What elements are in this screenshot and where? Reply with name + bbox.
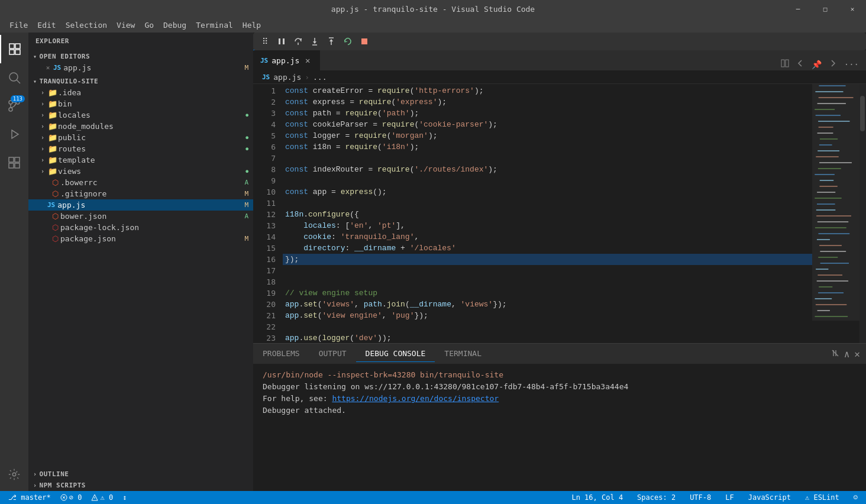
menu-go[interactable]: Go <box>140 20 159 31</box>
file-encoding[interactable]: UTF-8 <box>686 491 715 504</box>
menu-bar: File Edit Selection View Go Debug Termin… <box>0 18 866 33</box>
folder-idea-chevron: › <box>38 89 47 96</box>
code-area[interactable]: const createError = require('http-errors… <box>283 84 812 343</box>
minimize-button[interactable]: ─ <box>784 0 812 18</box>
package-json-icon: ⬡ <box>50 234 60 243</box>
editor-content[interactable]: 1234567891011121314151617181920212223 co… <box>253 84 866 343</box>
minimap <box>812 84 859 343</box>
file-bowerrc[interactable]: ⬡ .bowerrc A <box>28 177 253 188</box>
folder-public-icon: 📁 <box>47 133 58 142</box>
package-json-badge: M <box>244 235 248 243</box>
svg-rect-7 <box>9 163 14 168</box>
file-appjs[interactable]: JS app.js M <box>28 199 253 211</box>
close-button[interactable]: ✕ <box>839 0 866 18</box>
project-header[interactable]: ▾ TRANQUILO-SITE <box>28 76 253 87</box>
menu-view[interactable]: View <box>112 20 140 31</box>
project-section: ▾ TRANQUILO-SITE › 📁 .idea › 📁 bin › 📁 l… <box>28 75 253 245</box>
tab-output[interactable]: OUTPUT <box>309 345 356 362</box>
file-package-lock[interactable]: ⬡ package-lock.json <box>28 222 253 233</box>
line-ending[interactable]: LF <box>722 491 737 504</box>
folder-bin-icon: 📁 <box>47 99 58 108</box>
tab-appjs[interactable]: JS app.js ✕ <box>253 50 320 70</box>
folder-routes[interactable]: › 📁 routes ● <box>28 143 253 154</box>
debug-drag-handle[interactable]: ⠿ <box>258 34 272 49</box>
folder-node-modules[interactable]: › 📁 node_modules <box>28 121 253 132</box>
more-actions-button[interactable]: ··· <box>842 59 861 70</box>
folder-locales[interactable]: › 📁 locales ● <box>28 109 253 121</box>
tab-debug-console[interactable]: DEBUG CONSOLE <box>356 345 435 362</box>
menu-file[interactable]: File <box>5 20 33 31</box>
activity-extensions[interactable] <box>0 148 28 177</box>
scrollbar-thumb[interactable] <box>860 96 865 131</box>
npm-scripts-label: NPM SCRIPTS <box>40 482 86 489</box>
appjs-js-icon: JS <box>47 201 55 209</box>
activity-search[interactable] <box>0 63 28 92</box>
file-bower-json[interactable]: ⬡ bower.json A <box>28 211 253 222</box>
debug-step-out-button[interactable] <box>324 34 338 49</box>
menu-edit[interactable]: Edit <box>33 20 60 31</box>
open-editors-header[interactable]: ▾ OPEN EDITORS <box>28 51 253 62</box>
close-file-icon[interactable]: ✕ <box>43 64 53 72</box>
debug-pause-button[interactable] <box>274 34 289 49</box>
menu-selection[interactable]: Selection <box>61 20 112 31</box>
file-gitignore[interactable]: ⬡ .gitignore M <box>28 188 253 199</box>
panel-scroll-up-button[interactable]: ∧ <box>843 347 851 361</box>
tab-problems[interactable]: PROBLEMS <box>253 345 309 362</box>
split-editor-button[interactable] <box>778 58 791 70</box>
activity-settings[interactable] <box>0 460 28 489</box>
menu-terminal[interactable]: Terminal <box>191 20 238 31</box>
go-forward-button[interactable] <box>826 58 839 70</box>
tab-close-button[interactable]: ✕ <box>303 56 312 65</box>
menu-debug[interactable]: Debug <box>159 20 191 31</box>
debug-step-into-button[interactable] <box>308 34 322 49</box>
breadcrumb-filename[interactable]: app.js <box>273 73 301 82</box>
errors-count[interactable]: ⊘ 0 <box>57 491 86 504</box>
folder-locales-chevron: › <box>38 112 47 118</box>
open-editors-section: ▾ OPEN EDITORS ✕ JS app.js M <box>28 50 253 75</box>
indentation[interactable]: Spaces: 2 <box>634 491 679 504</box>
outline-header[interactable]: › OUTLINE <box>28 469 253 480</box>
menu-help[interactable]: Help <box>238 20 266 31</box>
debug-step-over-button[interactable] <box>291 34 305 49</box>
panel-tabs: PROBLEMS OUTPUT DEBUG CONSOLE TERMINAL ∧… <box>253 344 866 364</box>
pin-button[interactable]: 📌 <box>809 59 824 70</box>
activity-source-control[interactable]: 113 <box>0 92 28 120</box>
activity-explorer[interactable] <box>0 35 28 63</box>
folder-views[interactable]: › 📁 views ● <box>28 166 253 177</box>
maximize-button[interactable]: □ <box>812 0 839 18</box>
feedback-button[interactable]: ☺ <box>850 491 861 504</box>
language-mode[interactable]: JavaScript <box>745 491 794 504</box>
svg-line-1 <box>17 80 20 83</box>
breadcrumb-symbol[interactable]: ... <box>313 73 327 82</box>
activity-run-debug[interactable] <box>0 120 28 148</box>
panel-close-button[interactable]: ✕ <box>853 347 861 361</box>
npm-scripts-header[interactable]: › NPM SCRIPTS <box>28 480 253 491</box>
panel-actions: ∧ ✕ <box>825 347 866 361</box>
go-back-button[interactable] <box>794 58 807 70</box>
folder-idea[interactable]: › 📁 .idea <box>28 87 253 98</box>
bower-json-badge: A <box>244 212 248 220</box>
scrollbar[interactable] <box>859 84 866 343</box>
debug-stop-button[interactable] <box>357 34 371 49</box>
file-package-json[interactable]: ⬡ package.json M <box>28 233 253 244</box>
status-right: Ln 16, Col 4 Spaces: 2 UTF-8 LF JavaScri… <box>563 491 866 504</box>
bower-json-label: bower.json <box>60 212 244 221</box>
open-editor-appjs[interactable]: ✕ JS app.js M <box>28 62 253 73</box>
folder-views-label: views <box>58 167 245 176</box>
warnings-count[interactable]: ⚠ 0 <box>88 491 117 504</box>
svg-point-9 <box>12 473 16 476</box>
cursor-position[interactable]: Ln 16, Col 4 <box>568 491 626 504</box>
folder-idea-label: .idea <box>58 88 253 97</box>
open-file-label: app.js <box>63 63 244 72</box>
git-branch[interactable]: ⎇ master* <box>5 491 54 504</box>
eslint-status[interactable]: ⚠ ESLint <box>802 491 843 504</box>
folder-template[interactable]: › 📁 template <box>28 154 253 166</box>
tab-terminal[interactable]: TERMINAL <box>435 345 491 362</box>
debug-restart-button[interactable] <box>341 34 355 49</box>
tab-label: app.js <box>272 56 299 65</box>
sync-icon[interactable]: ↕ <box>119 491 130 504</box>
folder-template-chevron: › <box>38 157 47 163</box>
panel-clear-button[interactable] <box>830 347 841 361</box>
folder-bin[interactable]: › 📁 bin <box>28 98 253 109</box>
folder-public[interactable]: › 📁 public ● <box>28 132 253 143</box>
